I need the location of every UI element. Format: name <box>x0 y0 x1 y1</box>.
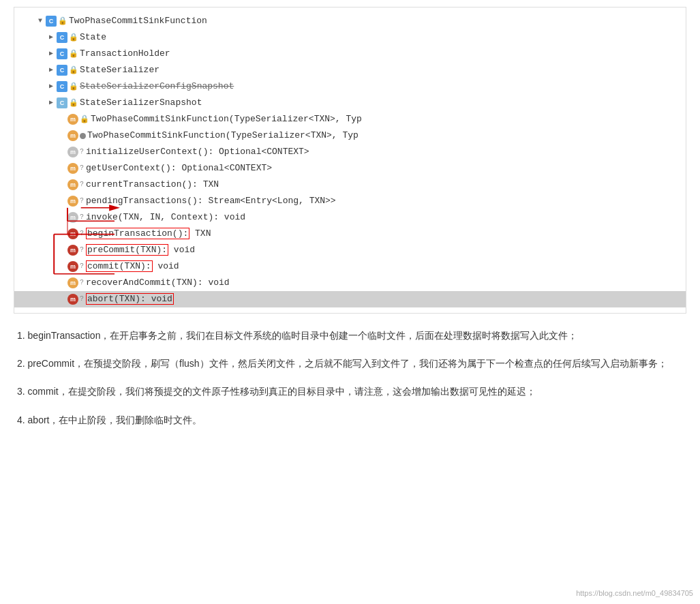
state-label: State <box>80 31 106 44</box>
ss-chevron[interactable] <box>46 63 57 77</box>
method-icon-commit: m <box>67 261 78 272</box>
tree-row-sss[interactable]: C 🔒 StateSerializerSnapshot <box>14 95 686 111</box>
lock-sscs: 🔒 <box>69 80 78 93</box>
tree-row-stateserializer[interactable]: C 🔒 StateSerializer <box>14 62 686 78</box>
abort-redbox: abort(TXN): void <box>86 293 174 305</box>
sss-label: StateSerializerSnapshot <box>80 96 202 110</box>
para1-text: 1. beginTransaction，在开启事务之前，我们在目标文件系统的临时… <box>17 330 577 341</box>
state-chevron[interactable] <box>46 31 57 44</box>
pt-label: pendingTransactions(): Stream<Entry<Long… <box>86 194 336 208</box>
tree-row-precommit[interactable]: m ? preCommit(TXN): void <box>14 242 686 258</box>
tree-row-ctor1[interactable]: m 🔒 TwoPhaseCommitSinkFunction(TypeSeria… <box>14 111 686 127</box>
th-chevron[interactable] <box>46 47 57 61</box>
method-icon-precommit: m <box>67 245 78 256</box>
tree-row-pt[interactable]: m ? pendingTransactions(): Stream<Entry<… <box>14 193 686 209</box>
lock-ss: 🔒 <box>69 63 78 77</box>
class-icon-th: C <box>57 48 67 59</box>
method-icon-guc: m <box>67 163 78 174</box>
text-section: 1. beginTransaction，在开启事务之前，我们在目标文件系统的临时… <box>14 327 686 429</box>
lock-indicator: 🔒 <box>58 14 67 28</box>
tree-row-ctor2[interactable]: m TwoPhaseCommitSinkFunction(TypeSeriali… <box>14 127 686 144</box>
tree-row-commit[interactable]: m ? commit(TXN): void <box>14 258 686 275</box>
tree-row-iuc[interactable]: m ? initializeUserContext(): Optional<CO… <box>14 144 686 160</box>
tree-row-rac[interactable]: m ? recoverAndCommit(TXN): void <box>14 275 686 291</box>
tree-row-guc[interactable]: m ? getUserContext(): Optional<CONTEXT> <box>14 160 686 177</box>
tree-row-ct[interactable]: m ? currentTransaction(): TXN <box>14 177 686 193</box>
lock-sss: 🔒 <box>69 96 78 110</box>
paragraph-2: 2. preCommit，在预提交阶段，刷写（flush）文件，然后关闭文件，之… <box>17 355 683 372</box>
tree-row-sscs[interactable]: C 🔒 StateSerializerConfigSnapshot <box>14 78 686 95</box>
method-icon-invoke: m <box>67 212 78 223</box>
main-container: C 🔒 TwoPhaseCommitSinkFunction C 🔒 State… <box>0 0 700 453</box>
tree-root-row[interactable]: C 🔒 TwoPhaseCommitSinkFunction <box>14 13 686 29</box>
method-icon-rac: m <box>67 277 78 288</box>
key-pt: ? <box>80 194 84 208</box>
circle-ctor2 <box>80 133 86 139</box>
lock-state: 🔒 <box>69 31 78 44</box>
iuc-label: initializeUserContext(): Optional<CONTEX… <box>86 145 309 159</box>
key-rac: ? <box>80 276 84 290</box>
tree-row-state[interactable]: C 🔒 State <box>14 29 686 46</box>
class-icon-state: C <box>57 32 67 43</box>
para2-text: 2. preCommit，在预提交阶段，刷写（flush）文件，然后关闭文件，之… <box>17 358 667 369</box>
sss-chevron[interactable] <box>46 96 57 110</box>
root-chevron[interactable] <box>35 14 46 28</box>
precommit-redbox: preCommit(TXN): <box>86 244 168 256</box>
ctor2-label: TwoPhaseCommitSinkFunction(TypeSerialize… <box>87 129 359 142</box>
root-label: TwoPhaseCommitSinkFunction <box>69 14 207 28</box>
class-icon-ss: C <box>57 65 67 76</box>
lock-th: 🔒 <box>69 47 78 61</box>
ct-label: currentTransaction(): TXN <box>86 178 219 192</box>
th-label: TransactionHolder <box>80 47 170 61</box>
begin-redbox: beginTransaction(): <box>86 228 189 239</box>
para4-text: 4. abort，在中止阶段，我们删除临时文件。 <box>17 414 202 425</box>
method-icon-ctor1: m <box>67 114 78 125</box>
tree-wrapper: C 🔒 TwoPhaseCommitSinkFunction C 🔒 State… <box>14 7 686 314</box>
class-icon: C <box>46 16 57 27</box>
class-icon-sss: C <box>57 97 67 108</box>
watermark: https://blog.csdn.net/m0_49834705 <box>576 589 693 597</box>
paragraph-1: 1. beginTransaction，在开启事务之前，我们在目标文件系统的临时… <box>17 327 683 344</box>
ctor1-label: TwoPhaseCommitSinkFunction(TypeSerialize… <box>91 112 362 126</box>
sscs-label: StateSerializerConfigSnapshot <box>80 80 234 93</box>
method-icon-ct: m <box>67 179 78 190</box>
paragraph-3: 3. commit，在提交阶段，我们将预提交的文件原子性移动到真正的目标目录中，… <box>17 383 683 400</box>
tree-row-transactionholder[interactable]: C 🔒 TransactionHolder <box>14 46 686 62</box>
ss-label: StateSerializer <box>80 63 159 77</box>
sscs-chevron[interactable] <box>46 80 57 93</box>
tree-row-invoke[interactable]: m ? invoke(TXN, IN, Context): void <box>14 209 686 226</box>
key-ct: ? <box>80 178 84 192</box>
commit-redbox: commit(TXN): <box>86 260 153 272</box>
paragraph-4: 4. abort，在中止阶段，我们删除临时文件。 <box>17 412 683 429</box>
precommit-label: preCommit(TXN): void <box>86 243 195 257</box>
tree-row-begin[interactable]: m ? beginTransaction(): TXN <box>14 226 686 242</box>
guc-label: getUserContext(): Optional<CONTEXT> <box>86 162 272 175</box>
method-icon-ctor2: m <box>67 130 78 141</box>
commit-label: commit(TXN): void <box>86 260 179 273</box>
key-begin: ? <box>80 227 84 241</box>
lock-ctor1: 🔒 <box>80 112 89 126</box>
method-icon-pt: m <box>67 196 78 207</box>
method-icon-iuc: m <box>67 147 78 157</box>
key-iuc: ? <box>80 145 84 159</box>
key-precommit: ? <box>80 243 84 257</box>
begin-label: beginTransaction(): TXN <box>86 227 211 241</box>
rac-label: recoverAndCommit(TXN): void <box>86 276 230 290</box>
method-icon-begin: m <box>67 228 78 239</box>
key-invoke: ? <box>80 211 84 224</box>
key-commit: ? <box>80 260 84 273</box>
abort-label: abort(TXN): void <box>86 292 174 306</box>
tree-section: C 🔒 TwoPhaseCommitSinkFunction C 🔒 State… <box>14 7 686 314</box>
key-abort: ? <box>80 292 84 306</box>
method-icon-abort: m <box>67 294 78 305</box>
tree-row-abort[interactable]: m ? abort(TXN): void <box>14 291 686 307</box>
para3-text: 3. commit，在提交阶段，我们将预提交的文件原子性移动到真正的目标目录中，… <box>17 386 536 397</box>
class-icon-sscs: C <box>57 81 67 92</box>
invoke-label: invoke(TXN, IN, Context): void <box>86 211 245 224</box>
key-guc: ? <box>80 162 84 175</box>
